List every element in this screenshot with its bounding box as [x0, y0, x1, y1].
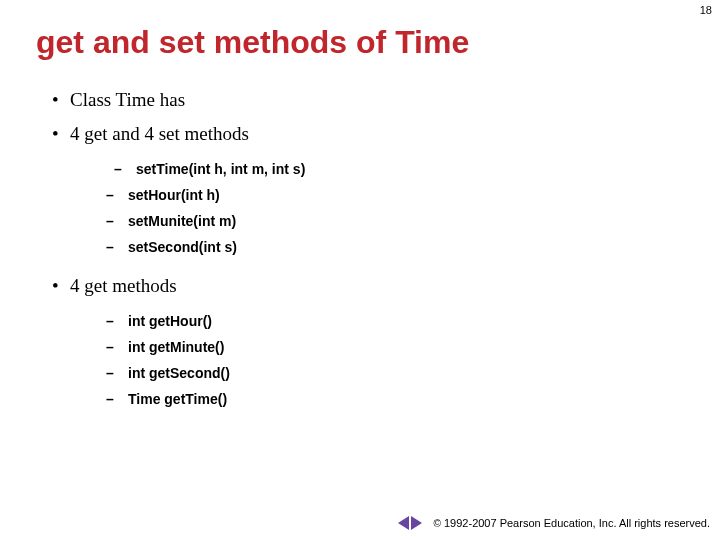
copyright-label: 1992-2007 Pearson Education, Inc. All ri… [444, 517, 710, 529]
list-item: – setSecond(int s) [106, 239, 720, 255]
list-item: – int getHour() [106, 313, 720, 329]
bullet-marker: • [52, 89, 70, 111]
page-number: 18 [700, 4, 712, 16]
list-item: – int getSecond() [106, 365, 720, 381]
dash-marker: – [106, 187, 128, 203]
copyright-text: © 1992-2007 Pearson Education, Inc. All … [434, 517, 710, 529]
bullet-get-set: • 4 get and 4 set methods [52, 123, 720, 145]
nav-arrows [398, 516, 422, 530]
prev-slide-icon[interactable] [398, 516, 409, 530]
copyright-symbol: © [434, 518, 441, 529]
method-signature: int getMinute() [128, 339, 224, 355]
method-signature: int getSecond() [128, 365, 230, 381]
dash-marker: – [114, 161, 136, 177]
next-slide-icon[interactable] [411, 516, 422, 530]
list-item: – setMunite(int m) [106, 213, 720, 229]
dash-marker: – [106, 213, 128, 229]
method-signature: Time getTime() [128, 391, 227, 407]
dash-marker: – [106, 391, 128, 407]
dash-marker: – [106, 313, 128, 329]
bullet-text: 4 get and 4 set methods [70, 123, 249, 145]
list-item: – Time getTime() [106, 391, 720, 407]
method-signature: setMunite(int m) [128, 213, 236, 229]
slide-title: get and set methods of Time [0, 0, 720, 61]
bullet-marker: • [52, 275, 70, 297]
set-methods-list: – setTime(int h, int m, int s) – setHour… [52, 157, 720, 275]
slide-footer: © 1992-2007 Pearson Education, Inc. All … [398, 516, 710, 530]
dash-marker: – [106, 339, 128, 355]
list-item: – setHour(int h) [106, 187, 720, 203]
slide-content: • Class Time has • 4 get and 4 set metho… [0, 61, 720, 427]
method-signature: int getHour() [128, 313, 212, 329]
bullet-text: 4 get methods [70, 275, 177, 297]
bullet-get-methods: • 4 get methods [52, 275, 720, 297]
get-methods-list: – int getHour() – int getMinute() – int … [52, 309, 720, 427]
list-item: – setTime(int h, int m, int s) [106, 161, 720, 177]
bullet-marker: • [52, 123, 70, 145]
dash-marker: – [106, 239, 128, 255]
method-signature: setHour(int h) [128, 187, 220, 203]
bullet-text: Class Time has [70, 89, 185, 111]
method-signature: setSecond(int s) [128, 239, 237, 255]
bullet-class-time: • Class Time has [52, 89, 720, 111]
dash-marker: – [106, 365, 128, 381]
list-item: – int getMinute() [106, 339, 720, 355]
method-signature: setTime(int h, int m, int s) [136, 161, 305, 177]
